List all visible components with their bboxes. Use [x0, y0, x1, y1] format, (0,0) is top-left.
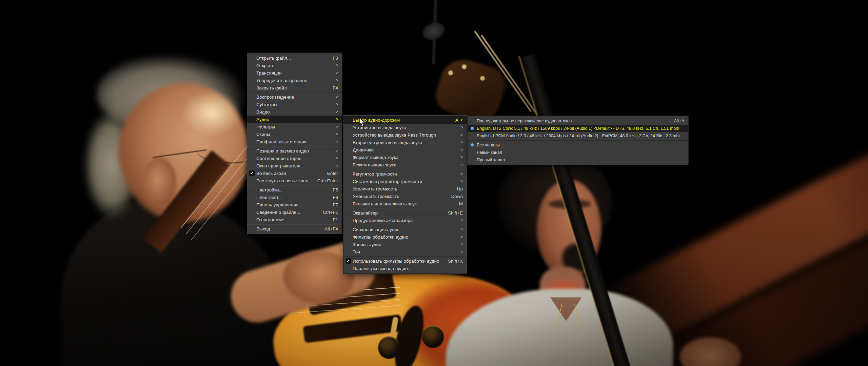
- menu-item-right: Down: [451, 194, 463, 199]
- menu-separator: [247, 146, 342, 146]
- menu-item-left-channel[interactable]: Левый канал: [468, 149, 688, 156]
- menu-item-right: F3: [333, 56, 338, 61]
- menu-item-right: Ctrl+F1: [323, 210, 338, 215]
- menu-item-equalizer[interactable]: ЭквалайзерShift+E: [343, 209, 467, 217]
- menu-item-right: >: [460, 218, 463, 223]
- menu-item-tone[interactable]: Тон>: [343, 248, 467, 256]
- submenu-arrow-icon: >: [460, 140, 463, 145]
- menu-item-right: >: [335, 109, 338, 114]
- submenu-arrow-icon: >: [335, 163, 338, 168]
- menu-item-file-info[interactable]: Сведения о файле...Ctrl+F1: [247, 208, 342, 216]
- menu-item-audio-track-2[interactable]: English, LPCM Audio / 2.0 / 48 kHz / 230…: [468, 132, 688, 140]
- menu-item-label: Воспроизведение: [256, 95, 331, 100]
- menu-item-volume-down[interactable]: Уменьшить громкостьDown: [343, 192, 467, 200]
- menu-item-right: >: [335, 95, 338, 99]
- menu-item-profiles-language-options[interactable]: Профили, язык и опции>: [247, 138, 342, 145]
- menu-item-exit[interactable]: ВыходAlt+F4: [247, 225, 342, 232]
- checkmark-icon: ✔: [346, 258, 351, 264]
- menu-item-label: Видео: [256, 109, 331, 115]
- menu-item-audio-output-mode[interactable]: Режим вывода звука>: [343, 161, 467, 168]
- menu-item-right: M: [459, 201, 463, 206]
- menu-item-shortcut: F5: [333, 187, 338, 192]
- menu-item-mute-toggle[interactable]: Включить или выключить звукM: [343, 200, 467, 207]
- menu-item-label: Фильтры: [256, 124, 331, 129]
- menu-item-label: Уменьшить громкость: [353, 194, 446, 199]
- player-viewport: Открыть файл...F3Открыть>Трансляции>Упор…: [0, 0, 868, 366]
- menu-item-label: Все каналы: [477, 143, 679, 147]
- context-menu-audio-track: Последовательное переключение аудиопоток…: [467, 116, 689, 165]
- menu-item-label: Увеличить громкость: [353, 186, 452, 191]
- menu-item-label: Режим вывода звука: [353, 162, 455, 167]
- menu-item-audio-processing-filters[interactable]: Фильтры обработки аудио>: [343, 233, 467, 241]
- menu-item-equalizer-presets[interactable]: Предустановки эквалайзера>: [343, 217, 467, 224]
- submenu-arrow-icon: >: [460, 147, 463, 152]
- submenu-arrow-icon: >: [460, 218, 463, 223]
- menu-item-label: Трансляции: [256, 70, 331, 76]
- radio-selected-icon: [471, 143, 474, 147]
- menu-item-filters[interactable]: Фильтры>: [247, 123, 342, 130]
- menu-item-volume-control[interactable]: Регулятор громкости>: [343, 170, 467, 178]
- menu-item-right: >: [335, 117, 338, 122]
- submenu-arrow-icon: >: [335, 102, 338, 107]
- menu-item-stretch-fullscreen[interactable]: Растянуть во весь экранCtrl+Enter: [247, 177, 342, 184]
- menu-item-system-volume-control[interactable]: Системный регулятор громкости>: [343, 178, 467, 185]
- menu-item-label: Эквалайзер: [353, 210, 443, 216]
- menu-item-audio-output-format[interactable]: Формат вывода звука>: [343, 154, 467, 161]
- menu-item-cycle-audio-streams[interactable]: Последовательное переключение аудиопоток…: [468, 117, 688, 125]
- menu-item-subtitles[interactable]: Субтитры>: [247, 101, 342, 108]
- menu-item-label: Синхронизация аудио: [353, 227, 455, 232]
- menu-item-playback[interactable]: Воспроизведение>: [247, 93, 342, 101]
- menu-item-right: >: [335, 156, 338, 161]
- menu-item-video-position-size[interactable]: Позиция и размер видео>: [247, 147, 342, 155]
- menu-item-label: Выход: [256, 226, 320, 231]
- menu-item-audio-sync[interactable]: Синхронизация аудио>: [343, 226, 467, 233]
- menu-item-right: >: [335, 70, 338, 75]
- menu-item-organize-favorites[interactable]: Упорядочить избранное>: [247, 77, 342, 84]
- menu-separator: [468, 140, 688, 141]
- menu-item-shortcut: Alt+F4: [325, 226, 338, 231]
- menu-item-open[interactable]: Открыть>: [247, 62, 342, 69]
- menu-item-label: Во весь экран: [256, 171, 322, 176]
- menu-item-audio-output-device-passthrough[interactable]: Устройство вывода звука Pass Through>: [343, 131, 467, 139]
- menu-item-skins[interactable]: Скины>: [247, 130, 342, 138]
- submenu-arrow-icon: >: [460, 133, 463, 137]
- menu-item-video[interactable]: Видео>: [247, 108, 342, 116]
- menu-item-audio-track-1[interactable]: English, DTS Core: 5.1 / 48 kHz / 1509 k…: [468, 125, 688, 132]
- menu-item-broadcasts[interactable]: Трансляции>: [247, 69, 342, 77]
- submenu-arrow-icon: >: [335, 139, 338, 144]
- menu-item-all-channels[interactable]: Все каналы: [468, 141, 688, 149]
- menu-item-right: >: [460, 140, 463, 145]
- menu-item-label: Правый канал: [477, 158, 679, 162]
- menu-item-second-audio-output-device[interactable]: Второе устройство вывода звука>: [343, 139, 467, 146]
- menu-item-label: Окно проигрывателя: [256, 163, 331, 168]
- menu-item-control-panel[interactable]: Панель управления...F7: [247, 201, 342, 208]
- submenu-arrow-icon: >: [460, 242, 463, 247]
- menu-item-aspect-ratio[interactable]: Соотношение сторон>: [247, 155, 342, 162]
- menu-item-label: Системный регулятор громкости: [353, 179, 455, 184]
- menu-item-use-audio-processing-filters[interactable]: ✔Использовать фильтры обработки аудиоShi…: [343, 257, 467, 265]
- menu-item-speakers[interactable]: Динамики>: [343, 146, 467, 154]
- menu-item-right: F7: [333, 202, 338, 207]
- menu-item-close-file[interactable]: Закрыть файлF4: [247, 84, 342, 92]
- menu-item-player-window[interactable]: Окно проигрывателя>: [247, 162, 342, 169]
- menu-item-right: F1: [333, 217, 338, 222]
- menu-item-right-channel[interactable]: Правый канал: [468, 156, 688, 164]
- menu-item-volume-up[interactable]: Увеличить громкостьUp: [343, 185, 467, 192]
- menu-item-right: A>: [455, 118, 463, 123]
- menu-item-audio-output-options[interactable]: Параметры вывода аудио...: [343, 265, 467, 272]
- menu-item-label: Упорядочить избранное: [256, 78, 331, 83]
- menu-item-label: Запись аудио: [353, 242, 455, 247]
- menu-item-label: Сведения о файле...: [256, 210, 318, 215]
- menu-item-label: Закрыть файл: [256, 85, 328, 90]
- menu-item-fullscreen[interactable]: ✔Во весь экранEnter: [247, 169, 342, 177]
- menu-item-right: >: [335, 63, 338, 68]
- menu-item-audio-capture[interactable]: Запись аудио>: [343, 241, 467, 248]
- menu-item-audio[interactable]: Аудио>: [247, 116, 342, 123]
- menu-item-right: >: [460, 242, 463, 247]
- submenu-arrow-icon: >: [460, 249, 463, 254]
- menu-item-playlist[interactable]: Плей-лист...F6: [247, 194, 342, 201]
- menu-item-open-file[interactable]: Открыть файл...F3: [247, 54, 342, 62]
- menu-item-settings[interactable]: Настройки...F5: [247, 186, 342, 194]
- menu-item-shortcut: F7: [333, 202, 338, 207]
- menu-item-about[interactable]: О программе...F1: [247, 216, 342, 223]
